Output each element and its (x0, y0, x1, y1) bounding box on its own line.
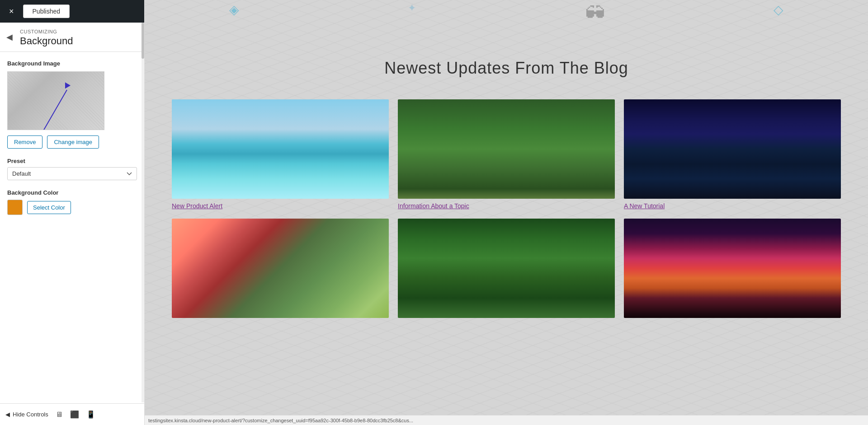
bg-image-preview (7, 71, 104, 130)
arrow-head (62, 82, 71, 90)
blog-image-3 (624, 99, 841, 199)
blog-title: Newest Updates From The Blog (145, 59, 868, 78)
star-deco: ✦ (408, 2, 416, 14)
hide-controls-back-icon: ◀ (5, 411, 10, 418)
bg-image-label: Background Image (7, 60, 137, 67)
left-panel: × Published ◀ Customizing Background Bac… (0, 0, 145, 425)
color-swatch[interactable] (7, 200, 23, 215)
customizing-label: Customizing (20, 29, 137, 34)
change-image-button[interactable]: Change image (47, 135, 99, 149)
preset-label: Preset (7, 158, 137, 164)
close-button[interactable]: × (5, 5, 18, 18)
top-decorations: ◈ ✦ 🕶 ◇ (145, 0, 868, 50)
blog-link-3[interactable]: A New Tutorial (624, 202, 841, 210)
blog-area: ◈ ✦ 🕶 ◇ Newest Updates From The Blog New… (145, 0, 868, 425)
diamond-deco-2: ◇ (774, 2, 783, 17)
diamond-deco: ◈ (229, 2, 239, 17)
section-title: Background (20, 35, 137, 47)
top-bar: × Published (0, 0, 144, 23)
url-bar: testingsitex.kinsta.cloud/new-product-al… (148, 418, 413, 423)
tablet-icon[interactable]: ⬛ (70, 410, 79, 419)
remove-button[interactable]: Remove (7, 135, 42, 149)
back-arrow-icon[interactable]: ◀ (6, 32, 13, 42)
color-row: Select Color (7, 200, 137, 215)
scroll-thumb[interactable] (142, 23, 144, 59)
grid-item-2: Information About a Topic (398, 99, 615, 210)
sunglasses-deco: 🕶 (585, 2, 605, 25)
blog-image-6 (624, 219, 841, 318)
desktop-icon[interactable]: 🖥 (56, 411, 63, 419)
blog-image-2 (398, 99, 615, 199)
arrow-line (39, 90, 67, 131)
customizing-header: ◀ Customizing Background (0, 23, 144, 52)
image-grid: New Product Alert Information About a To… (172, 99, 841, 322)
hide-controls-label: Hide Controls (13, 411, 48, 418)
bottom-bar: ◀ Hide Controls 🖥 ⬛ 📱 (0, 403, 144, 425)
right-content: ◈ ✦ 🕶 ◇ Newest Updates From The Blog New… (145, 0, 868, 425)
grid-item-5 (398, 219, 615, 322)
blog-image-1 (172, 99, 389, 199)
bg-color-label: Background Color (7, 189, 137, 196)
blog-link-2[interactable]: Information About a Topic (398, 202, 615, 210)
blog-title-section: Newest Updates From The Blog (145, 50, 868, 91)
preset-select[interactable]: Default Fill Screen Fit to Screen Repeat… (7, 167, 137, 180)
hide-controls-button[interactable]: ◀ Hide Controls (5, 411, 48, 418)
scrollbar[interactable] (142, 23, 144, 402)
panel-content: Background Image Remove Change image Pre… (0, 52, 144, 403)
url-bar-container: testingsitex.kinsta.cloud/new-product-al… (145, 415, 868, 425)
grid-item-6 (624, 219, 841, 322)
select-color-button[interactable]: Select Color (27, 201, 71, 214)
grid-item-1: New Product Alert (172, 99, 389, 210)
grid-item-4 (172, 219, 389, 322)
mobile-icon[interactable]: 📱 (86, 410, 95, 419)
blog-image-5 (398, 219, 615, 318)
blog-image-4 (172, 219, 389, 318)
blog-link-1[interactable]: New Product Alert (172, 202, 389, 210)
image-button-row: Remove Change image (7, 135, 137, 149)
grid-item-3: A New Tutorial (624, 99, 841, 210)
published-button[interactable]: Published (23, 5, 70, 18)
